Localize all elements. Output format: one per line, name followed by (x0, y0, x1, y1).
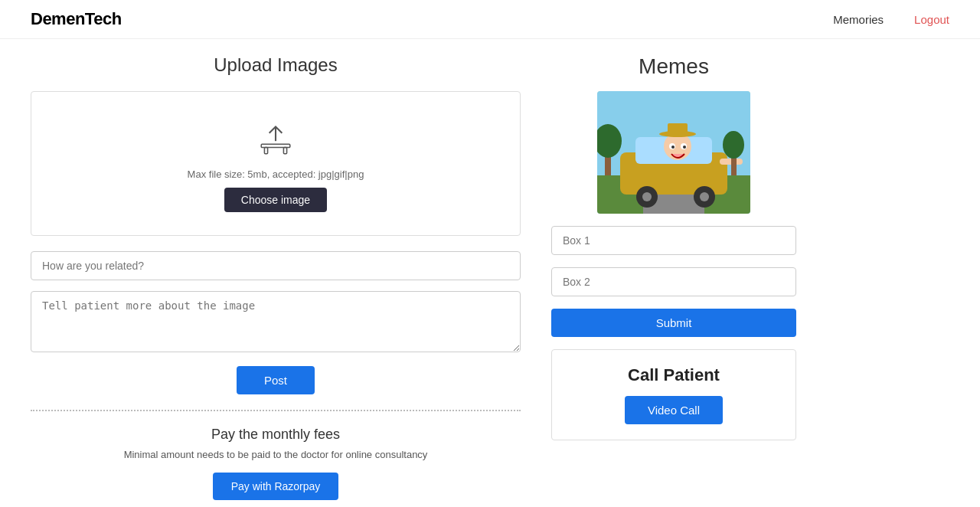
logo: DemenTech (31, 9, 122, 29)
payment-title: Pay the monthly fees (31, 427, 521, 443)
meme-svg (597, 91, 750, 214)
upload-icon (253, 115, 299, 161)
svg-rect-15 (668, 123, 688, 136)
upload-svg-icon (256, 119, 295, 157)
description-textarea[interactable] (31, 291, 521, 352)
svg-point-19 (683, 146, 686, 149)
svg-point-24 (723, 131, 744, 159)
header: DemenTech Memories Logout (0, 0, 980, 39)
box2-input[interactable] (551, 267, 796, 296)
nav-logout-link[interactable]: Logout (914, 13, 949, 26)
upload-box: Max file size: 5mb, accepted: jpg|gif|pn… (31, 91, 521, 236)
upload-hint: Max file size: 5mb, accepted: jpg|gif|pn… (188, 168, 364, 180)
svg-rect-2 (283, 148, 286, 154)
left-column: Upload Images Max file size: 5mb, accept… (31, 54, 521, 500)
nav-memories-link[interactable]: Memories (833, 13, 884, 26)
choose-image-button[interactable]: Choose image (224, 188, 327, 212)
payment-subtitle: Minimal amount needs to be paid to the d… (31, 449, 521, 460)
meme-image (597, 91, 750, 214)
relation-form-group (31, 251, 521, 280)
call-patient-title: Call Patient (567, 365, 780, 385)
relation-input[interactable] (31, 251, 521, 280)
nav: Memories Logout (833, 13, 949, 26)
box1-input[interactable] (551, 226, 796, 255)
submit-button[interactable]: Submit (551, 309, 796, 337)
right-column: Memes (551, 54, 796, 500)
memes-title: Memes (639, 54, 709, 79)
dotted-divider (31, 410, 521, 411)
call-patient-box: Call Patient Video Call (551, 349, 796, 440)
post-btn-wrapper: Post (31, 366, 521, 394)
payment-section: Pay the monthly fees Minimal amount need… (31, 427, 521, 500)
video-call-button[interactable]: Video Call (625, 396, 723, 424)
svg-point-12 (700, 192, 709, 201)
main-container: Upload Images Max file size: 5mb, accept… (0, 39, 980, 507)
svg-point-10 (642, 192, 652, 201)
razorpay-button[interactable]: Pay with Razorpay (213, 473, 339, 500)
page-title: Upload Images (31, 54, 521, 76)
post-button[interactable]: Post (237, 366, 315, 394)
svg-point-18 (671, 146, 675, 149)
description-form-group (31, 291, 521, 355)
svg-rect-1 (264, 148, 267, 154)
